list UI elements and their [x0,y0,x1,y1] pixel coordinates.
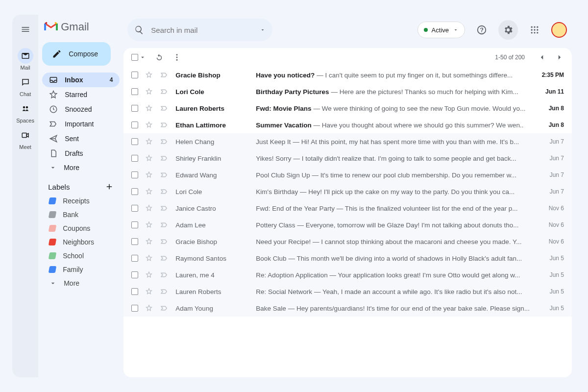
folder-sent[interactable]: Sent [42,131,120,146]
row-checkbox[interactable] [131,72,138,78]
folder-important[interactable]: Important [42,117,120,131]
search-input[interactable] [151,26,253,34]
row-checkbox[interactable] [131,88,138,95]
search-bar[interactable] [127,19,272,41]
important-button[interactable] [160,220,169,229]
message-row[interactable]: Adam Young Bake Sale — Hey parents/guard… [123,300,572,317]
label-item[interactable]: Bank [42,208,120,221]
row-checkbox[interactable] [131,221,138,228]
star-button[interactable] [145,238,153,245]
important-button[interactable] [160,237,169,246]
add-label-button[interactable] [105,182,114,191]
message-row[interactable]: Janice Castro Fwd: End of the Year Party… [123,200,572,217]
checkbox-icon [131,271,138,278]
message-row[interactable]: Shirley Franklin Yikes! Sorry — I totall… [123,150,572,167]
more-actions-button[interactable] [172,53,181,62]
star-button[interactable] [145,288,153,295]
message-row[interactable]: Raymond Santos Book Club — This month we… [123,250,572,267]
star-button[interactable] [145,204,153,212]
important-button[interactable] [160,104,169,113]
important-button[interactable] [160,137,169,146]
rail-item-chat[interactable]: Chat [16,73,34,99]
labels-more[interactable]: More [42,276,120,290]
star-button[interactable] [145,104,153,112]
important-button[interactable] [160,171,169,179]
message-row[interactable]: Lauren Roberts Fwd: Movie Plans — We wer… [123,100,572,117]
star-button[interactable] [145,221,153,229]
star-button[interactable] [145,154,153,162]
svg-rect-2 [22,133,26,138]
folder-inbox[interactable]: Inbox4 [42,73,120,87]
label-item[interactable]: Coupons [42,221,120,235]
folder-more[interactable]: More [42,161,120,174]
message-row[interactable]: Lauren Roberts Re: Social Network — Yeah… [123,283,572,300]
row-checkbox[interactable] [131,105,138,112]
row-checkbox[interactable] [131,172,138,178]
folder-starred[interactable]: Starred [42,87,120,102]
star-button[interactable] [145,121,153,129]
help-button[interactable] [472,20,491,40]
chevron-down-icon [49,279,57,287]
row-checkbox[interactable] [131,205,138,212]
rail-item-mail[interactable]: Mail [16,46,34,73]
label-item[interactable]: Neighbors [42,235,120,249]
row-checkbox[interactable] [131,288,138,295]
important-button[interactable] [160,154,169,163]
row-checkbox[interactable] [131,271,138,278]
message-row[interactable]: Helen Chang Just Keep It — Hi! At this p… [123,133,572,150]
star-button[interactable] [145,138,153,146]
account-avatar[interactable] [551,22,567,38]
row-checkbox[interactable] [131,188,138,195]
important-button[interactable] [160,71,169,79]
main-menu-button[interactable] [16,20,35,39]
rail-item-spaces[interactable]: Spaces [16,99,34,125]
rail-item-meet[interactable]: Meet [16,125,34,152]
label-item[interactable]: Family [42,263,120,276]
folder-snoozed[interactable]: Snoozed [42,102,120,117]
row-checkbox[interactable] [131,138,138,145]
important-button[interactable] [160,270,169,279]
star-button[interactable] [145,254,153,262]
message-row[interactable]: Gracie Bishop Need your Recipe! — I cann… [123,233,572,250]
message-row[interactable]: Gracie Bishop Have you noticed? — I can'… [123,67,572,83]
message-row[interactable]: Edward Wang Pool Club Sign Up — It's tim… [123,167,572,183]
refresh-button[interactable] [155,53,164,62]
message-row[interactable]: Lori Cole Kim's Birthday — Hey! I'll pic… [123,183,572,200]
row-checkbox[interactable] [131,122,138,128]
row-checkbox[interactable] [131,305,138,312]
star-button[interactable] [145,304,153,312]
page-next-button[interactable] [555,53,564,62]
star-button[interactable] [145,271,153,279]
label-item[interactable]: School [42,249,120,263]
date: Jun 8 [537,105,564,112]
settings-button[interactable] [498,20,518,40]
search-options-icon[interactable] [260,27,266,33]
message-row[interactable]: Ethan Lattimore Summer Vacation — Have y… [123,117,572,133]
star-button[interactable] [145,188,153,196]
row-checkbox[interactable] [131,255,138,262]
star-button[interactable] [145,71,153,79]
important-button[interactable] [160,287,169,296]
page-prev-button[interactable] [538,53,546,62]
status-chip[interactable]: Active [417,22,465,38]
important-button[interactable] [160,204,169,213]
label-item[interactable]: Receipts [42,194,120,208]
important-button[interactable] [160,87,169,96]
important-button[interactable] [160,121,169,129]
message-row[interactable]: Lauren, me 4 Re: Adoption Application — … [123,267,572,283]
label-name: Coupons [63,224,90,232]
apps-button[interactable] [525,20,544,40]
compose-button[interactable]: Compose [42,42,111,66]
message-row[interactable]: Lori Cole Birthday Party Pictures — Here… [123,83,572,100]
row-checkbox[interactable] [131,238,138,245]
row-checkbox[interactable] [131,155,138,162]
important-button[interactable] [160,254,169,263]
important-button[interactable] [160,187,169,196]
message-row[interactable]: Adam Lee Pottery Class — Everyone, tomor… [123,217,572,233]
folder-drafts[interactable]: Drafts [42,146,120,161]
star-button[interactable] [145,88,153,96]
select-all-button[interactable] [131,54,146,61]
star-button[interactable] [145,171,153,179]
important-button[interactable] [160,304,169,313]
date: Jun 7 [537,188,564,195]
